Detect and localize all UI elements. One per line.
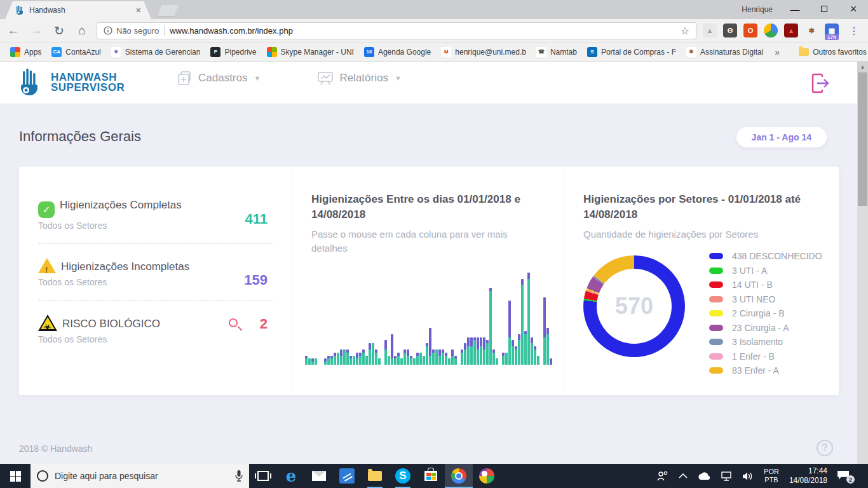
bar-column[interactable]: [454, 356, 457, 365]
address-bar[interactable]: Não seguro www.handwash.com.br/index.php…: [97, 22, 696, 39]
bookmark-item[interactable]: ✳Sistema de Gerencian: [107, 45, 205, 59]
bar-column[interactable]: [429, 328, 431, 365]
taskbar-search[interactable]: Digite aqui para pesquisar: [31, 464, 249, 488]
bar-column[interactable]: [375, 349, 377, 365]
bar-column[interactable]: [537, 356, 539, 365]
bar-column[interactable]: [397, 353, 400, 365]
bar-column[interactable]: [359, 353, 362, 365]
bar-column[interactable]: [413, 358, 416, 365]
scrollbar[interactable]: ▲: [857, 62, 868, 464]
bar-column[interactable]: [305, 356, 308, 365]
bar-column[interactable]: [486, 340, 489, 365]
bar-column[interactable]: [356, 353, 358, 365]
bookmark-star-icon[interactable]: ☆: [681, 25, 689, 37]
bar-column[interactable]: [518, 334, 520, 365]
bar-column[interactable]: [445, 353, 447, 365]
bookmark-item[interactable]: ☎Namtab: [532, 45, 581, 59]
office-extension-icon[interactable]: O: [743, 24, 757, 37]
network-icon[interactable]: [721, 471, 732, 481]
bar-column[interactable]: [394, 356, 397, 365]
taskbar-scan[interactable]: [333, 464, 361, 488]
legend-item[interactable]: 1 Enfer - B: [709, 351, 822, 362]
taskbar-store[interactable]: [417, 464, 445, 488]
date-range-pill[interactable]: Jan 1 - Ago 14: [736, 127, 827, 147]
bar-column[interactable]: [337, 353, 339, 365]
bar-column[interactable]: [508, 301, 511, 365]
bookmark-item[interactable]: PPipedrive: [207, 45, 260, 59]
bar-column[interactable]: [346, 349, 349, 365]
taskbar-paint[interactable]: [473, 464, 501, 488]
bookmarks-overflow-chevron[interactable]: »: [770, 47, 785, 57]
bar-column[interactable]: [407, 349, 409, 365]
tools-extension-icon[interactable]: ✱: [804, 24, 818, 37]
bar-column[interactable]: [473, 337, 476, 365]
bar-column[interactable]: [515, 346, 517, 365]
bar-column[interactable]: [527, 273, 530, 365]
bar-column[interactable]: [534, 346, 536, 365]
bar-column[interactable]: [524, 331, 527, 365]
bar-column[interactable]: [353, 356, 355, 365]
taskbar-skype[interactable]: S: [389, 464, 417, 488]
legend-item[interactable]: 438 DESCONHECIDO: [709, 251, 822, 261]
bar-column[interactable]: [349, 356, 352, 365]
bookmark-item[interactable]: ✱Assinaturas Digital: [682, 45, 767, 59]
url-text[interactable]: www.handwash.com.br/index.php: [170, 26, 675, 36]
bar-column[interactable]: [327, 356, 330, 365]
bar-column[interactable]: [502, 353, 505, 365]
legend-item[interactable]: 14 UTI - B: [709, 280, 822, 290]
bar-column[interactable]: [546, 328, 549, 365]
people-icon[interactable]: [657, 471, 668, 481]
bar-column[interactable]: [384, 340, 387, 365]
bookmark-item[interactable]: 16Agenda Google: [360, 45, 435, 59]
bar-column[interactable]: [419, 353, 422, 365]
bar-column[interactable]: [410, 356, 412, 365]
onedrive-cloud-icon[interactable]: [698, 472, 710, 480]
acrobat-extension-icon[interactable]: ▲: [784, 24, 798, 37]
bookmark-item[interactable]: SPortal de Compras - F: [583, 45, 680, 59]
bar-column[interactable]: [426, 343, 428, 365]
bar-column[interactable]: [543, 297, 546, 365]
bar-column[interactable]: [451, 349, 454, 365]
bar-column[interactable]: [505, 353, 508, 365]
bar-column[interactable]: [315, 358, 317, 365]
new-tab-button[interactable]: [158, 4, 179, 17]
taskbar-mail[interactable]: [305, 464, 333, 488]
language-indicator[interactable]: POR PTB: [764, 468, 779, 484]
bar-column[interactable]: [330, 356, 333, 365]
legend-item[interactable]: 3 UTI NEO: [709, 294, 822, 304]
bar-column[interactable]: [496, 358, 498, 365]
bar-column[interactable]: [461, 349, 463, 365]
bar-column[interactable]: [531, 337, 533, 365]
bar-column[interactable]: [391, 334, 393, 365]
bar-column[interactable]: [340, 349, 342, 365]
taskbar-file-explorer[interactable]: [361, 464, 389, 488]
bar-column[interactable]: [492, 349, 495, 365]
reload-button[interactable]: ↻: [51, 24, 67, 38]
magnifier-icon[interactable]: [229, 318, 238, 327]
action-center-button[interactable]: 2: [837, 471, 850, 481]
legend-item[interactable]: 3 Isolamento: [709, 337, 822, 347]
nav-item-cadastros[interactable]: Cadastros ▼: [178, 71, 261, 85]
browser-menu-icon[interactable]: ⋮: [845, 25, 863, 37]
drive-extension-icon[interactable]: ▲: [703, 24, 717, 37]
bar-column[interactable]: [521, 279, 524, 365]
bar-column[interactable]: [308, 358, 311, 365]
bar-column[interactable]: [324, 358, 327, 365]
calendar-extension-icon[interactable]: ▦17h: [825, 24, 839, 37]
security-chip[interactable]: Não seguro: [104, 26, 159, 36]
help-button[interactable]: ?: [817, 440, 833, 456]
start-button[interactable]: [0, 464, 31, 488]
bar-column[interactable]: [480, 337, 482, 365]
bar-column[interactable]: [550, 358, 552, 365]
legend-item[interactable]: 83 Enfer - A: [709, 365, 822, 376]
keep-extension-icon[interactable]: ʘ: [723, 24, 737, 37]
bar-column[interactable]: [489, 288, 492, 365]
bar-column[interactable]: [400, 358, 403, 365]
bar-column[interactable]: [365, 356, 368, 365]
window-close-button[interactable]: ×: [839, 0, 868, 18]
app-logo[interactable]: HANDWASH SUPERVISOR: [18, 69, 125, 97]
bookmark-item[interactable]: Apps: [6, 45, 45, 59]
bar-column[interactable]: [311, 358, 314, 365]
bookmark-item[interactable]: CAContaAzul: [48, 45, 104, 59]
forward-button[interactable]: →: [28, 24, 44, 37]
